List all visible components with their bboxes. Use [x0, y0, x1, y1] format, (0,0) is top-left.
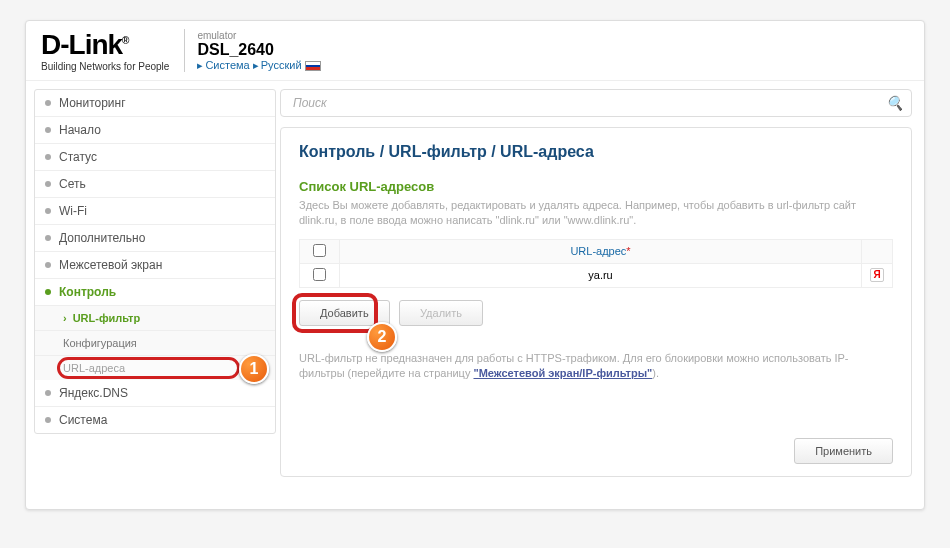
breadcrumb: Контроль / URL-фильтр / URL-адреса — [299, 143, 893, 161]
sidebar-item-start[interactable]: Начало — [35, 117, 275, 144]
sidebar-item-status[interactable]: Статус — [35, 144, 275, 171]
sidebar-item-yandex-dns[interactable]: Яндекс.DNS — [35, 380, 275, 407]
submenu-configuration[interactable]: Конфигурация — [35, 331, 275, 356]
section-description: Здесь Вы можете добавлять, редактировать… — [299, 198, 893, 229]
url-cell: ya.ru — [340, 263, 862, 287]
system-links: ▸Система ▸Русский — [197, 59, 320, 72]
search-input[interactable]: Поиск 🔍 — [280, 89, 912, 117]
yandex-icon: Я — [870, 268, 884, 282]
model-name: DSL_2640 — [197, 41, 320, 59]
sidebar-item-system[interactable]: Система — [35, 407, 275, 433]
search-icon: 🔍 — [886, 95, 903, 111]
apply-button[interactable]: Применить — [794, 438, 893, 464]
delete-button[interactable]: Удалить — [399, 300, 483, 326]
url-table: URL-адрес* ya.ru Я — [299, 239, 893, 288]
sidebar-item-advanced[interactable]: Дополнительно — [35, 225, 275, 252]
sidebar-item-firewall[interactable]: Межсетевой экран — [35, 252, 275, 279]
sidebar-item-control[interactable]: Контроль — [35, 279, 275, 306]
logo-block: D-Link® Building Networks for People — [41, 29, 185, 72]
row-checkbox[interactable] — [313, 268, 326, 281]
tagline: Building Networks for People — [41, 61, 169, 72]
annotation-badge-1: 1 — [239, 354, 269, 384]
firewall-link[interactable]: "Межсетевой экран/IP-фильтры" — [473, 367, 652, 379]
model-block: emulator DSL_2640 ▸Система ▸Русский — [185, 30, 320, 72]
logo: D-Link® — [41, 29, 169, 61]
content-panel: Контроль / URL-фильтр / URL-адреса Списо… — [280, 127, 912, 477]
submenu-url-addresses[interactable]: URL-адреса 1 — [35, 356, 275, 380]
language-link[interactable]: Русский — [261, 59, 302, 71]
main-content: Поиск 🔍 Контроль / URL-фильтр / URL-адре… — [276, 81, 924, 485]
submenu-url-filter[interactable]: URL-фильтр — [35, 306, 275, 331]
https-note: URL-фильтр не предназначен для работы с … — [299, 351, 893, 382]
sidebar: Мониторинг Начало Статус Сеть Wi-Fi Допо… — [26, 81, 276, 485]
emulator-label: emulator — [197, 30, 320, 41]
column-url-header: URL-адрес* — [340, 239, 862, 263]
select-all-checkbox[interactable] — [313, 244, 326, 257]
table-row[interactable]: ya.ru Я — [300, 263, 893, 287]
header: D-Link® Building Networks for People emu… — [26, 21, 924, 81]
sidebar-item-monitoring[interactable]: Мониторинг — [35, 90, 275, 117]
section-title: Список URL-адресов — [299, 179, 893, 194]
annotation-badge-2: 2 — [367, 322, 397, 352]
sidebar-item-wifi[interactable]: Wi-Fi — [35, 198, 275, 225]
flag-icon — [305, 61, 321, 71]
system-link[interactable]: Система — [205, 59, 249, 71]
sidebar-item-network[interactable]: Сеть — [35, 171, 275, 198]
